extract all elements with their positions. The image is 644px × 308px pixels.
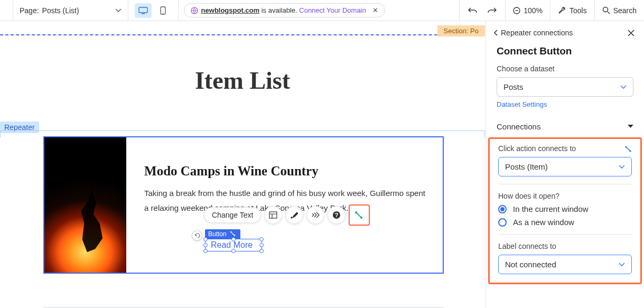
click-action-label: Click action connects to (498, 144, 576, 153)
reset-connection-button[interactable] (624, 145, 632, 152)
svg-point-9 (355, 211, 357, 213)
search-button[interactable]: Search (594, 0, 644, 21)
dataset-settings-link[interactable]: Dataset Settings (497, 100, 547, 108)
svg-point-13 (625, 146, 627, 147)
panel-close-button[interactable] (628, 30, 634, 36)
connect-data-button[interactable] (349, 204, 370, 226)
help-icon: ? (332, 211, 341, 219)
panel-title: Connect Button (486, 42, 644, 64)
globe-icon (191, 7, 198, 14)
resize-handle[interactable] (203, 249, 208, 253)
undo-icon (468, 7, 478, 14)
label-connects-label: Label connects to (498, 242, 632, 250)
undo-redo-group (459, 0, 505, 21)
svg-point-12 (234, 235, 235, 236)
radio-unchecked-icon (498, 218, 507, 227)
undo-button[interactable] (468, 7, 478, 14)
svg-point-11 (230, 231, 231, 233)
desktop-view-button[interactable] (135, 3, 152, 18)
animation-button[interactable] (306, 206, 324, 224)
panel-back-label: Repeater connections (501, 29, 573, 37)
domain-available-text: is available. (259, 6, 297, 14)
resize-handle[interactable] (203, 243, 208, 247)
domain-pill-region: newblogspot.com is available. Connect Yo… (184, 3, 454, 17)
device-switcher (128, 0, 179, 21)
section-tag[interactable]: Section: Po (437, 25, 486, 36)
undo-small-icon (194, 233, 200, 239)
read-more-button[interactable]: Read More (205, 239, 262, 251)
floating-action-bar: Change Text ? (204, 204, 370, 226)
connection-highlight-region: Click action connects to Posts (Item) Ho… (488, 137, 642, 284)
button-text: Read More (211, 240, 253, 249)
panel-back-button[interactable]: Repeater connections (493, 29, 573, 37)
chevron-down-icon (619, 165, 625, 169)
label-connects-value: Not connected (505, 260, 556, 269)
item-image[interactable] (44, 137, 126, 273)
connections-accordion[interactable]: Connections (486, 117, 644, 136)
divider (498, 184, 632, 184)
editor-canvas[interactable]: Section: Po Item List Repeater Modo Camp… (0, 21, 485, 308)
page-label: Page: (20, 6, 39, 15)
data-bound-icon (230, 230, 237, 238)
redo-icon (487, 7, 497, 14)
layout-icon (269, 211, 277, 219)
divider (498, 234, 632, 235)
svg-point-14 (629, 150, 631, 152)
reset-button[interactable] (192, 230, 202, 241)
item-title[interactable]: Modo Camps in Wine Country (144, 164, 430, 179)
svg-point-10 (360, 217, 362, 219)
click-action-select[interactable]: Posts (Item) (498, 157, 632, 176)
svg-rect-0 (139, 7, 147, 13)
open-mode-label: How does it open? (498, 192, 632, 200)
click-action-value: Posts (Item) (505, 162, 548, 171)
top-bar: Page: Posts (List) newblogspot.com is av… (0, 0, 644, 21)
zoom-value: 100% (524, 6, 543, 15)
design-button[interactable] (285, 206, 303, 224)
choose-dataset-label: Choose a dataset (497, 64, 633, 73)
resize-handle[interactable] (259, 243, 264, 247)
open-current-window-option[interactable]: In the current window (498, 204, 632, 213)
domain-name: newblogspot.com (201, 6, 260, 14)
reset-icon (624, 145, 632, 152)
open-current-label: In the current window (513, 204, 589, 213)
svg-point-5 (603, 7, 608, 12)
domain-pill[interactable]: newblogspot.com is available. Connect Yo… (184, 3, 385, 17)
resize-handle[interactable] (203, 237, 208, 241)
resize-handle[interactable] (259, 249, 264, 253)
help-button[interactable]: ? (328, 206, 346, 224)
change-text-button[interactable]: Change Text (204, 207, 261, 223)
resize-handle[interactable] (231, 237, 236, 241)
open-new-label: As a new window (513, 218, 574, 227)
close-icon[interactable]: ✕ (372, 6, 378, 14)
wrench-icon (558, 6, 566, 15)
selection-tag-text: Button (208, 230, 227, 238)
dataset-select[interactable]: Posts (497, 77, 633, 97)
open-new-window-option[interactable]: As a new window (498, 218, 632, 227)
layout-button[interactable] (264, 206, 282, 224)
menu-dropdown[interactable] (0, 0, 13, 21)
search-label: Search (613, 6, 637, 15)
connections-label: Connections (497, 122, 540, 131)
redo-button[interactable] (487, 7, 497, 14)
resize-handle[interactable] (231, 249, 236, 253)
resize-handle[interactable] (259, 237, 264, 241)
zoom-control[interactable]: 100% (505, 0, 550, 21)
button-selection: Button Read More (205, 229, 262, 251)
radio-checked-icon (498, 205, 507, 213)
page-selector[interactable]: Page: Posts (List) (13, 0, 128, 21)
page-title[interactable]: Item List (0, 67, 485, 95)
dataset-value: Posts (503, 82, 524, 91)
chevron-down-icon (619, 263, 625, 267)
caret-down-icon (628, 125, 633, 128)
tools-button[interactable]: Tools (550, 0, 594, 21)
mobile-view-button[interactable] (155, 3, 172, 18)
label-connects-select[interactable]: Not connected (498, 255, 632, 274)
page-value: Posts (List) (42, 6, 79, 15)
paintbrush-icon (291, 211, 298, 219)
animation-icon (311, 212, 320, 218)
desktop-icon (138, 7, 148, 14)
mobile-icon (160, 6, 166, 15)
section-boundary (0, 34, 485, 35)
chevron-down-icon (115, 8, 122, 13)
connect-domain-link[interactable]: Connect Your Domain (299, 6, 366, 14)
